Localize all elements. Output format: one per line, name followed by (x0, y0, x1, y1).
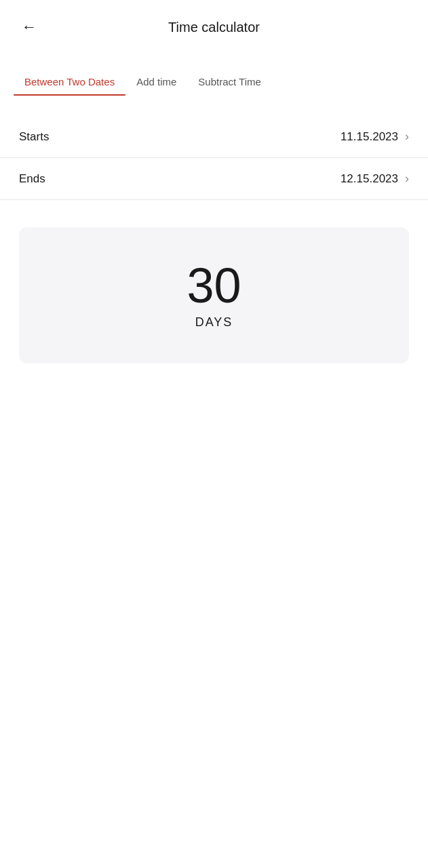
result-container: 30 DAYS (19, 227, 409, 363)
ends-row[interactable]: Ends 12.15.2023 › (0, 158, 428, 200)
starts-value-container: 11.15.2023 › (341, 130, 409, 144)
starts-row[interactable]: Starts 11.15.2023 › (0, 116, 428, 158)
page-title: Time calculator (168, 20, 260, 35)
result-number: 30 (187, 261, 241, 310)
back-arrow-icon: ← (22, 20, 37, 35)
starts-chevron-icon: › (405, 130, 409, 144)
ends-value-container: 12.15.2023 › (341, 172, 409, 186)
back-button[interactable]: ← (16, 14, 42, 40)
content-area: Starts 11.15.2023 › Ends 12.15.2023 › (0, 109, 428, 207)
tabs-container: Between Two Dates Add time Subtract Time (0, 68, 428, 96)
ends-label: Ends (19, 172, 45, 186)
starts-label: Starts (19, 130, 49, 144)
tab-add-time[interactable]: Add time (125, 68, 187, 96)
tab-subtract-time[interactable]: Subtract Time (187, 68, 272, 96)
tab-between-two-dates[interactable]: Between Two Dates (14, 68, 125, 96)
header: ← Time calculator (0, 0, 428, 54)
starts-value: 11.15.2023 (341, 130, 398, 144)
ends-chevron-icon: › (405, 172, 409, 186)
ends-value: 12.15.2023 (341, 172, 398, 186)
result-unit: DAYS (195, 315, 233, 330)
